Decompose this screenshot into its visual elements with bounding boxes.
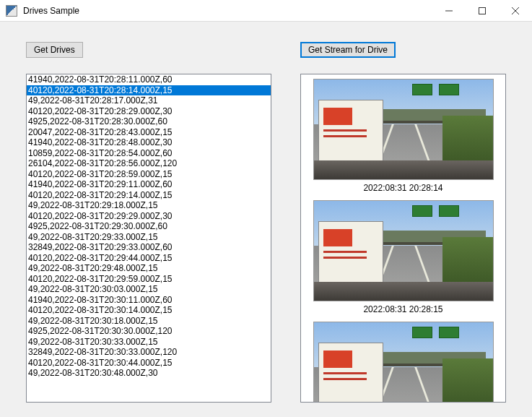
titlebar: Drives Sample <box>0 0 532 22</box>
stream-frame: 2022:08:31 20:28:14 <box>305 79 501 193</box>
stream-panel[interactable]: 2022:08:31 20:28:142022:08:31 20:28:15 <box>300 74 506 403</box>
list-item[interactable]: 32849,2022-08-31T20:29:33.000Z,60 <box>27 242 271 253</box>
list-item[interactable]: 10859,2022-08-31T20:28:54.000Z,60 <box>27 148 271 159</box>
minimize-button[interactable] <box>432 0 466 22</box>
frame-image <box>313 322 494 403</box>
svg-rect-1 <box>479 7 486 14</box>
maximize-icon <box>479 7 486 14</box>
list-item[interactable]: 40120,2022-08-31T20:29:44.000Z,15 <box>27 253 271 264</box>
list-item[interactable]: 40120,2022-08-31T20:28:59.000Z,15 <box>27 169 271 180</box>
frame-image <box>313 79 494 180</box>
list-item[interactable]: 41940,2022-08-31T20:28:11.000Z,60 <box>27 74 271 85</box>
list-item[interactable]: 40120,2022-08-31T20:28:29.000Z,30 <box>27 106 271 117</box>
get-drives-button[interactable]: Get Drives <box>26 42 83 58</box>
list-item[interactable]: 40120,2022-08-31T20:30:44.000Z,15 <box>27 358 271 369</box>
list-item[interactable]: 20047,2022-08-31T20:28:43.000Z,15 <box>27 127 271 138</box>
close-icon <box>512 7 519 14</box>
list-item[interactable]: 41940,2022-08-31T20:28:48.000Z,30 <box>27 137 271 148</box>
list-item[interactable]: 49,2022-08-31T20:29:18.000Z,15 <box>27 200 271 211</box>
frame-caption: 2022:08:31 20:28:15 <box>305 304 501 314</box>
frame-image <box>313 200 494 301</box>
maximize-button[interactable] <box>466 0 499 22</box>
list-item[interactable]: 40120,2022-08-31T20:28:14.000Z,15 <box>27 85 271 96</box>
get-stream-button[interactable]: Get Stream for Drive <box>300 42 396 58</box>
close-button[interactable] <box>499 0 532 22</box>
right-column: Get Stream for Drive 2022:08:31 20:28:14… <box>300 42 506 403</box>
list-item[interactable]: 26104,2022-08-31T20:28:56.000Z,120 <box>27 158 271 169</box>
list-item[interactable]: 4925,2022-08-31T20:28:30.000Z,60 <box>27 116 271 127</box>
minimize-icon <box>445 7 453 14</box>
list-item[interactable]: 49,2022-08-31T20:30:33.000Z,15 <box>27 337 271 348</box>
list-item[interactable]: 49,2022-08-31T20:29:33.000Z,15 <box>27 232 271 243</box>
list-item[interactable]: 40120,2022-08-31T20:29:14.000Z,15 <box>27 190 271 201</box>
list-item[interactable]: 40120,2022-08-31T20:30:14.000Z,15 <box>27 305 271 316</box>
list-item[interactable]: 49,2022-08-31T20:29:48.000Z,15 <box>27 263 271 274</box>
stream-frame <box>305 322 501 403</box>
list-item[interactable]: 40120,2022-08-31T20:29:59.000Z,15 <box>27 274 271 285</box>
list-item[interactable]: 41940,2022-08-31T20:29:11.000Z,60 <box>27 179 271 190</box>
list-item[interactable]: 49,2022-08-31T20:28:17.000Z,31 <box>27 95 271 106</box>
drives-listbox[interactable]: 41940,2022-08-31T20:28:11.000Z,6040120,2… <box>26 74 271 403</box>
list-item[interactable]: 32849,2022-08-31T20:30:33.000Z,120 <box>27 347 271 358</box>
app-icon <box>6 5 17 17</box>
list-item[interactable]: 41940,2022-08-31T20:30:11.000Z,60 <box>27 295 271 306</box>
client-area: Get Drives 41940,2022-08-31T20:28:11.000… <box>0 22 532 417</box>
stream-frame: 2022:08:31 20:28:15 <box>305 200 501 314</box>
list-item[interactable]: 40120,2022-08-31T20:29:29.000Z,30 <box>27 211 271 222</box>
left-column: Get Drives 41940,2022-08-31T20:28:11.000… <box>26 42 271 403</box>
list-item[interactable]: 4925,2022-08-31T20:29:30.000Z,60 <box>27 221 271 232</box>
frame-caption: 2022:08:31 20:28:14 <box>305 183 501 193</box>
list-item[interactable]: 49,2022-08-31T20:30:48.000Z,30 <box>27 368 271 379</box>
list-item[interactable]: 49,2022-08-31T20:30:18.000Z,15 <box>27 316 271 327</box>
list-item[interactable]: 4925,2022-08-31T20:30:30.000Z,120 <box>27 326 271 337</box>
window-title: Drives Sample <box>23 6 79 16</box>
list-item[interactable]: 49,2022-08-31T20:30:03.000Z,15 <box>27 284 271 295</box>
